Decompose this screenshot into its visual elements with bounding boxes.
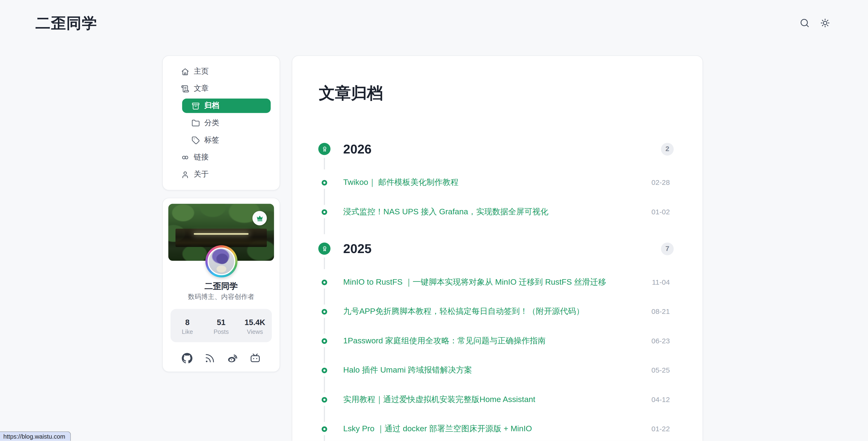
post-marker [322, 426, 327, 432]
post-marker [322, 209, 327, 214]
stat-value: 8 [185, 318, 190, 326]
year-label: 2025 [343, 241, 372, 256]
archive-post-row: 浸式监控！NAS UPS 接入 Grafana，实现数据全屏可视化01-02 [319, 197, 674, 227]
post-marker [322, 308, 327, 314]
sidebar-item-主页[interactable]: 主页 [172, 64, 271, 79]
user-icon [181, 170, 189, 179]
weibo-link[interactable] [227, 353, 238, 364]
sidebar-item-label: 链接 [194, 152, 209, 162]
avatar [205, 245, 237, 277]
post-link[interactable]: 1Password 家庭组使用全攻略：常见问题与正确操作指南 [343, 335, 546, 346]
profile-name: 二歪同学 [163, 280, 280, 292]
archive-icon [191, 102, 200, 110]
archive-card: 文章归档 20262Twikoo｜ 邮件模板美化制作教程02-28浸式监控！NA… [292, 55, 703, 441]
post-marker [322, 338, 327, 344]
link-icon [181, 153, 189, 161]
post-date: 02-28 [643, 178, 670, 186]
theme-toggle-button[interactable] [817, 15, 833, 30]
sun-icon [819, 17, 830, 28]
bilibili-link[interactable] [250, 353, 261, 364]
post-link[interactable]: 实用教程｜通过爱快虚拟机安装完整版Home Assistant [343, 394, 535, 405]
archive-post-row: MinIO to RustFS ｜一键脚本实现将对象从 MinIO 迁移到 Ru… [319, 268, 674, 297]
archive-year-row: 20262 [319, 135, 674, 163]
archive-post-row: Lsky Pro ｜通过 docker 部署兰空图床开源版 + MinIO01-… [319, 414, 674, 441]
sidebar-item-label: 文章 [194, 84, 209, 94]
award-icon [321, 145, 328, 152]
avatar-image [207, 247, 235, 275]
post-date: 01-22 [643, 424, 670, 433]
crown-icon [255, 214, 264, 223]
post-link[interactable]: 九号APP免折腾脚本教程，轻松搞定每日自动签到！（附开源代码） [343, 306, 584, 317]
rss-link[interactable] [204, 353, 215, 364]
year-marker [318, 143, 331, 155]
post-link[interactable]: MinIO to RustFS ｜一键脚本实现将对象从 MinIO 迁移到 Ru… [343, 277, 606, 287]
scroll-text-icon [181, 84, 189, 93]
profile-stat-like: 8Like [170, 309, 204, 342]
sidebar-item-label: 分类 [204, 118, 219, 128]
search-button[interactable] [797, 15, 812, 30]
post-marker [322, 368, 327, 373]
post-date: 08-21 [643, 307, 670, 316]
post-link[interactable]: Lsky Pro ｜通过 docker 部署兰空图床开源版 + MinIO [343, 424, 532, 434]
crown-badge [252, 211, 267, 226]
stat-label: Like [182, 328, 193, 335]
post-date: 01-02 [643, 208, 670, 216]
profile-stats: 8Like51Posts15.4KViews [170, 309, 272, 342]
year-count-badge: 7 [661, 242, 674, 255]
rss-icon [204, 353, 215, 364]
folder-icon [191, 119, 200, 127]
stat-value: 51 [217, 318, 225, 326]
bilibili-icon [250, 353, 261, 364]
award-icon [321, 245, 328, 252]
header-actions [797, 15, 832, 30]
post-link[interactable]: Halo 插件 Umami 跨域报错解决方案 [343, 365, 472, 375]
profile-stat-posts: 51Posts [204, 309, 238, 342]
profile-bio: 数码博主、内容创作者 [163, 292, 280, 301]
profile-card: 二歪同学 数码博主、内容创作者 8Like51Posts15.4KViews [162, 198, 280, 372]
sidebar-item-标签[interactable]: 标签 [182, 133, 271, 147]
sidebar-item-label: 关于 [194, 169, 209, 179]
archive-year-row: 20257 [319, 234, 674, 263]
post-date: 11-04 [643, 278, 670, 286]
archive-post-row: Halo 插件 Umami 跨域报错解决方案05-25 [319, 355, 674, 385]
post-date: 04-12 [643, 395, 670, 404]
github-icon [182, 353, 193, 364]
year-count-badge: 2 [661, 143, 674, 155]
archive-post-row: Twikoo｜ 邮件模板美化制作教程02-28 [319, 168, 674, 197]
github-link[interactable] [182, 353, 193, 364]
stat-value: 15.4K [245, 318, 265, 326]
profile-stat-views: 15.4KViews [238, 309, 272, 342]
stat-label: Posts [214, 328, 229, 335]
sidebar-nav: 主页文章归档分类标签链接关于 [172, 64, 271, 181]
archive-post-row: 九号APP免折腾脚本教程，轻松搞定每日自动签到！（附开源代码）08-21 [319, 297, 674, 326]
post-link[interactable]: 浸式监控！NAS UPS 接入 Grafana，实现数据全屏可视化 [343, 206, 549, 217]
sidebar-item-label: 主页 [194, 66, 209, 77]
archive-post-row: 实用教程｜通过爱快虚拟机安装完整版Home Assistant04-12 [319, 385, 674, 414]
post-link[interactable]: Twikoo｜ 邮件模板美化制作教程 [343, 177, 459, 188]
site-header: 二歪同学 [0, 0, 868, 47]
sidebar-item-分类[interactable]: 分类 [182, 116, 271, 130]
page-title: 文章归档 [319, 84, 674, 102]
sidebar-nav-card: 主页文章归档分类标签链接关于 [162, 55, 280, 190]
search-icon [799, 17, 810, 28]
sidebar-item-label: 标签 [204, 135, 219, 145]
post-marker [322, 280, 327, 285]
archive-post-row: 1Password 家庭组使用全攻略：常见问题与正确操作指南06-23 [319, 326, 674, 356]
post-date: 06-23 [643, 337, 670, 345]
tag-icon [191, 136, 200, 144]
sidebar-item-链接[interactable]: 链接 [172, 150, 271, 165]
sidebar-item-关于[interactable]: 关于 [172, 167, 271, 182]
post-date: 05-25 [643, 366, 670, 374]
sidebar-item-文章[interactable]: 文章 [172, 82, 271, 96]
weibo-icon [227, 353, 238, 364]
archive-timeline: 20262Twikoo｜ 邮件模板美化制作教程02-28浸式监控！NAS UPS… [319, 135, 674, 441]
site-logo[interactable]: 二歪同学 [35, 13, 97, 33]
year-marker [318, 243, 331, 255]
sidebar-item-归档[interactable]: 归档 [182, 98, 271, 113]
status-bar-url: https://blog.waistu.com [0, 431, 71, 441]
home-icon [181, 67, 189, 76]
blog-archive-page: 二歪同学 主页文章归档分类标签链接关于 二歪同学 数码博主、内容创作者 8Lik… [0, 0, 868, 441]
sidebar-item-label: 归档 [204, 101, 219, 111]
stat-label: Views [247, 328, 263, 335]
post-marker [322, 397, 327, 402]
